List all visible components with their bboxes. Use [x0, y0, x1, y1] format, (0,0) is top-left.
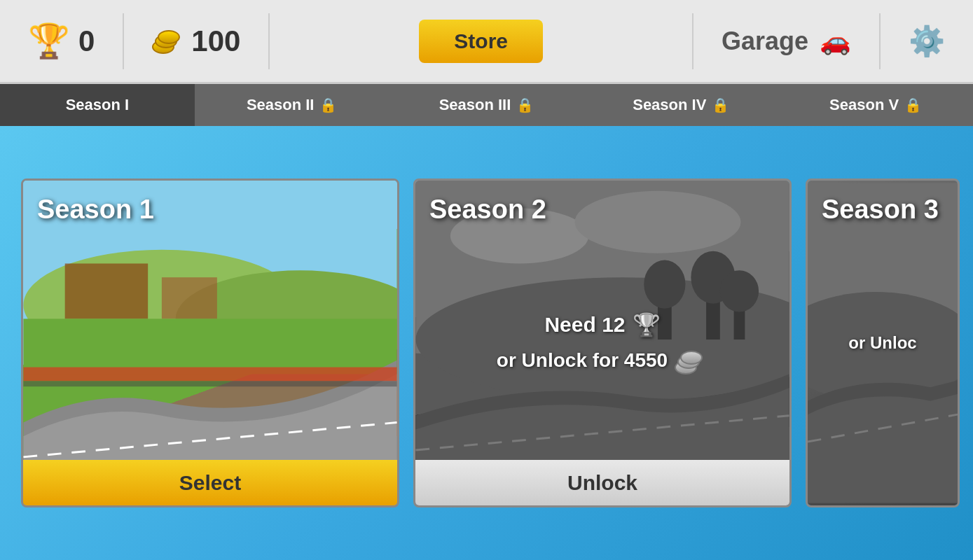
divider-3 — [692, 13, 693, 69]
header-center: Store — [419, 20, 543, 63]
svg-rect-8 — [23, 381, 396, 386]
partial-overlay: or Unloc — [808, 181, 958, 505]
tab-season-4[interactable]: Season IV 🔒 — [584, 84, 778, 126]
track-bg-1 — [23, 181, 397, 505]
coins-section: 100 — [152, 24, 240, 58]
unlock-button[interactable]: Unlock — [415, 460, 789, 505]
overlay-coins-icon — [675, 346, 708, 374]
header-right: Garage 🚗 ⚙️ — [692, 13, 973, 69]
main-content: Season 1 Select — [0, 126, 973, 560]
store-button[interactable]: Store — [419, 20, 543, 63]
tab-season-1[interactable]: Season I — [0, 84, 195, 126]
lock-icon-2: 🔒 — [319, 97, 337, 113]
locked-overlay-2: Need 12 🏆 or Unlock for 4550 — [415, 181, 789, 505]
season-card-2-title: Season 2 — [429, 195, 546, 225]
divider-4 — [879, 13, 881, 69]
tab-season-3-label: Season III — [439, 96, 511, 114]
car-icon: 🚗 — [820, 27, 851, 56]
season-card-3[interactable]: or Unloc Season 3 — [806, 178, 960, 507]
tab-season-3[interactable]: Season III 🔒 — [389, 84, 584, 126]
trophy-icon: 🏆 — [28, 22, 70, 61]
svg-rect-4 — [162, 277, 217, 318]
unlock-text: or Unlock for 4550 — [497, 346, 708, 374]
need-label: Need 12 — [544, 313, 625, 337]
season-card-2[interactable]: Need 12 🏆 or Unlock for 4550 Season 2 Un… — [413, 178, 792, 507]
garage-section[interactable]: Garage 🚗 — [722, 27, 851, 56]
tab-season-5[interactable]: Season V 🔒 — [778, 84, 973, 126]
tab-season-2-label: Season II — [247, 96, 315, 114]
settings-icon[interactable]: ⚙️ — [909, 24, 945, 58]
lock-icon-4: 🔒 — [712, 97, 729, 113]
season-card-1-title: Season 1 — [37, 195, 154, 225]
select-button[interactable]: Select — [23, 460, 397, 505]
season-card-3-title: Season 3 — [822, 195, 939, 225]
trophy-count: 0 — [78, 24, 95, 58]
divider-2 — [268, 13, 270, 69]
partial-text: or Unloc — [848, 333, 916, 353]
svg-rect-5 — [23, 318, 396, 374]
lock-icon-5: 🔒 — [904, 97, 922, 113]
header-left: 🏆 0 100 — [0, 13, 270, 69]
trophy-section: 🏆 0 — [28, 22, 95, 61]
overlay-trophy: 🏆 — [633, 312, 661, 338]
season-tabs: Season I Season II 🔒 Season III 🔒 Season… — [0, 84, 973, 126]
need-text: Need 12 🏆 — [544, 312, 660, 338]
lock-icon-3: 🔒 — [516, 97, 534, 113]
tab-season-2[interactable]: Season II 🔒 — [195, 84, 389, 126]
tab-season-4-label: Season IV — [633, 96, 706, 114]
tab-season-5-label: Season V — [829, 96, 899, 114]
coins-icon — [152, 29, 183, 54]
svg-rect-7 — [23, 368, 396, 382]
header: 🏆 0 100 Store Garage 🚗 ⚙️ — [0, 0, 973, 84]
unlock-label: or Unlock for 4550 — [497, 349, 668, 372]
tab-season-1-label: Season I — [66, 96, 129, 114]
season-card-1[interactable]: Season 1 Select — [21, 178, 399, 507]
garage-label: Garage — [722, 27, 808, 56]
coins-count: 100 — [191, 24, 240, 58]
svg-rect-3 — [65, 263, 148, 318]
divider — [123, 13, 124, 69]
